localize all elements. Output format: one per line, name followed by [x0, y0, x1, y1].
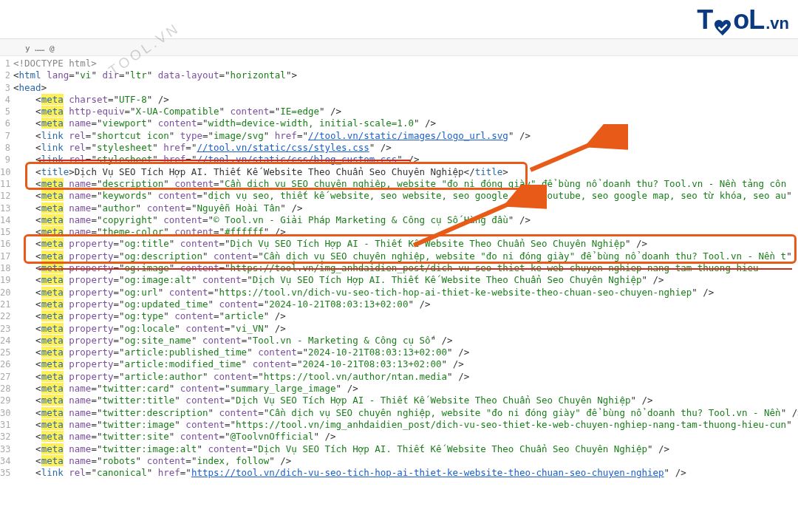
code-line[interactable]: <meta property="article:published_time" … — [13, 347, 798, 358]
code-line[interactable]: <link rel="stylesheet" href="//tool.vn/s… — [13, 142, 798, 154]
code-line[interactable]: <meta property="og:url" content="https:/… — [13, 287, 798, 299]
code-line[interactable]: <!DOCTYPE html> — [13, 58, 798, 69]
code-editor[interactable]: 1234567891011121314151617181920212223242… — [0, 56, 798, 532]
code-line[interactable]: <meta name="author" content="Nguyễn Hoài… — [13, 202, 798, 214]
code-line[interactable]: <meta property="article:author" content=… — [13, 371, 798, 383]
code-line[interactable]: <meta charset="UTF-8" /> — [13, 94, 798, 106]
code-line[interactable]: <meta property="article:modified_time" c… — [13, 358, 798, 370]
code-line[interactable]: <link rel="stylesheet" href="//tool.vn/s… — [13, 154, 798, 166]
code-line[interactable]: <meta name="copyright" content="© Tool.v… — [13, 214, 798, 226]
code-line[interactable]: <link rel="shortcut icon" type="image/sv… — [13, 130, 798, 142]
code-line[interactable]: <link rel="canonical" href="https://tool… — [13, 467, 798, 479]
line-number-gutter: 1234567891011121314151617181920212223242… — [0, 56, 13, 532]
code-line[interactable]: <meta name="keywords" content="dịch vụ s… — [13, 190, 798, 202]
code-line[interactable]: <title>Dịch Vụ SEO Tích Hợp AI. Thiết Kế… — [13, 166, 798, 178]
brand-logo: T oL .vn — [697, 4, 789, 35]
check-heart-icon — [713, 12, 732, 28]
code-line[interactable]: <meta name="twitter:image:alt" content="… — [13, 443, 798, 455]
code-line[interactable]: <meta http-equiv="X-UA-Compatible" conte… — [13, 106, 798, 117]
code-line[interactable]: <meta property="og:updated_time" content… — [13, 299, 798, 310]
code-line[interactable]: <meta name="viewport" content="width=dev… — [13, 117, 798, 129]
code-line[interactable]: <meta name="description" content="Cần dị… — [13, 178, 798, 190]
editor-tabstrip: y …… @ — [0, 38, 798, 56]
code-line[interactable]: <meta property="og:image" content="https… — [13, 262, 798, 274]
code-line[interactable]: <meta name="robots" content="index, foll… — [13, 455, 798, 467]
logo-suffix: .vn — [765, 14, 789, 33]
code-line[interactable]: <meta name="twitter:description" content… — [13, 407, 798, 419]
tab-marker: y …… @ — [25, 44, 55, 53]
code-line[interactable]: <meta name="twitter:card" content="summa… — [13, 383, 798, 395]
code-line[interactable]: <meta property="og:image:alt" content="D… — [13, 274, 798, 286]
logo-text-1: T — [697, 4, 712, 35]
code-line[interactable]: <meta property="og:type" content="articl… — [13, 310, 798, 322]
code-line[interactable]: <meta property="og:description" content=… — [13, 250, 798, 262]
code-line[interactable]: <meta name="twitter:site" content="@Tool… — [13, 431, 798, 443]
logo-text-2: oL — [733, 4, 764, 35]
code-content[interactable]: <!DOCTYPE html><html lang="vi" dir="ltr"… — [13, 56, 798, 532]
code-line[interactable]: <meta name="twitter:image" content="http… — [13, 419, 798, 431]
code-line[interactable]: <meta property="og:locale" content="vi_V… — [13, 323, 798, 335]
code-line[interactable]: <meta property="og:site_name" content="T… — [13, 335, 798, 347]
code-line[interactable]: <html lang="vi" dir="ltr" data-layout="h… — [13, 69, 798, 81]
code-line[interactable]: <meta property="og:title" content="Dịch … — [13, 238, 798, 250]
code-line[interactable]: <meta name="twitter:title" content="Dịch… — [13, 395, 798, 406]
code-line[interactable]: <head> — [13, 82, 798, 94]
code-line[interactable]: <meta name="theme-color" content="#fffff… — [13, 226, 798, 238]
